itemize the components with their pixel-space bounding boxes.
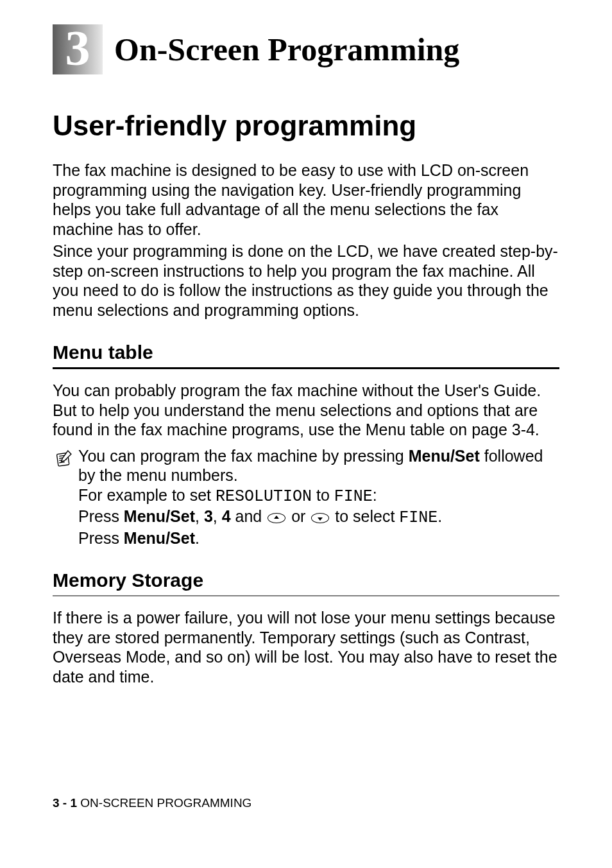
subheading-memory-storage: Memory Storage <box>53 569 559 591</box>
subheading-menu-table: Menu table <box>53 342 559 363</box>
intro-paragraph-1: The fax machine is designed to be easy t… <box>53 161 559 239</box>
intro-paragraph-2: Since your programming is done on the LC… <box>53 241 559 320</box>
note-line-3: Press Menu/Set, 3, 4 and or to select FI… <box>78 507 559 528</box>
note-text: or <box>287 507 310 525</box>
chapter-number: 3 <box>65 23 90 73</box>
note-text: to select <box>330 507 399 525</box>
note-text: . <box>438 507 442 525</box>
fine-label: FINE <box>399 508 438 527</box>
note-line-4: Press Menu/Set. <box>78 528 559 548</box>
svg-line-4 <box>59 462 65 462</box>
section-heading-user-friendly: User-friendly programming <box>53 110 559 141</box>
note-text: to <box>312 486 334 504</box>
note-block: You can program the fax machine by press… <box>53 446 559 548</box>
heading-rule <box>53 595 559 596</box>
menu-set-label: Menu/Set <box>124 507 195 525</box>
page-footer: 3 - 1 ON-SCREEN PROGRAMMING <box>53 796 251 810</box>
heading-rule <box>53 367 559 369</box>
note-text: : <box>373 486 377 504</box>
nav-down-icon <box>311 513 329 523</box>
note-text: , <box>213 507 222 525</box>
note-text: . <box>195 529 200 547</box>
chapter-title: On-Screen Programming <box>114 33 459 67</box>
fine-label: FINE <box>334 487 373 506</box>
chapter-badge: 3 <box>53 24 103 74</box>
key-4-label: 4 <box>222 507 231 525</box>
menu-set-label: Menu/Set <box>409 447 480 465</box>
note-body: You can program the fax machine by press… <box>78 446 559 548</box>
note-text: You can program the fax machine by press… <box>78 447 409 465</box>
note-text: Press <box>78 529 124 547</box>
note-text: For example to set <box>78 486 216 504</box>
note-text: , <box>195 507 204 525</box>
note-text: and <box>231 507 267 525</box>
page: 3 On-Screen Programming User-friendly pr… <box>0 0 612 868</box>
note-line-1: You can program the fax machine by press… <box>78 446 559 485</box>
nav-up-icon <box>268 513 285 523</box>
footer-section: ON-SCREEN PROGRAMMING <box>80 796 251 810</box>
resolution-label: RESOLUTION <box>216 487 312 506</box>
memory-storage-paragraph: If there is a power failure, you will no… <box>53 608 559 686</box>
key-3-label: 3 <box>204 507 213 525</box>
note-text: Press <box>78 507 124 525</box>
chapter-header: 3 On-Screen Programming <box>53 24 559 74</box>
menu-table-paragraph: You can probably program the fax machine… <box>53 381 559 440</box>
page-number: 3 - 1 <box>53 796 77 810</box>
note-line-2: For example to set RESOLUTION to FINE: <box>78 485 559 507</box>
menu-set-label: Menu/Set <box>124 529 195 547</box>
note-icon <box>53 447 78 472</box>
